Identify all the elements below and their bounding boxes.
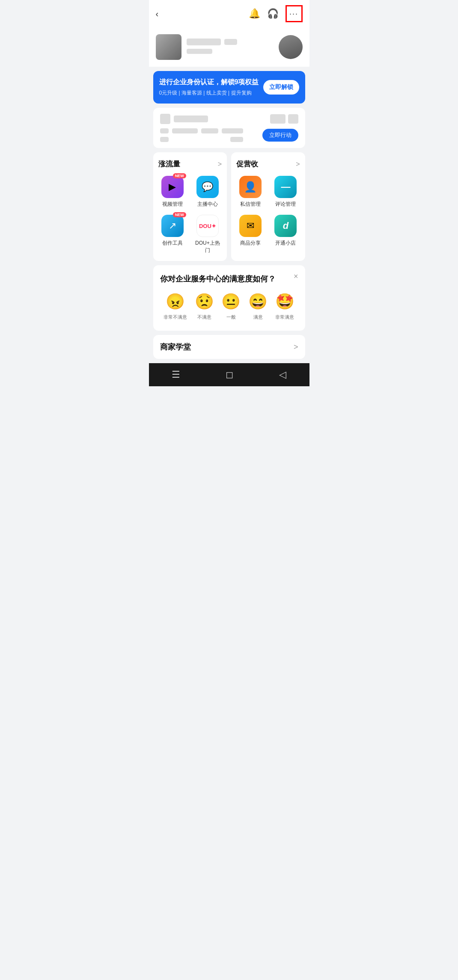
- card-header-left: 涨流量 >: [158, 159, 222, 169]
- avatar-image: [279, 35, 303, 59]
- product-share-label: 商品分享: [240, 240, 261, 247]
- bottom-back-icon[interactable]: ◁: [279, 369, 286, 380]
- stats-val-2: [201, 128, 218, 133]
- comment-management-label: 评论管理: [275, 201, 296, 208]
- banner-text-block: 进行企业身份认证，解锁9项权益 0元升级 | 海量客源 | 线上卖货 | 提升复…: [159, 78, 259, 97]
- banner-title: 进行企业身份认证，解锁9项权益: [159, 78, 259, 87]
- feature-grid: 涨流量 > ▶ NEW 视频管理 💬 主播中心 ↗: [153, 152, 305, 261]
- profile-info: [187, 38, 274, 56]
- dou-plus-icon: DOU✦: [196, 215, 219, 237]
- open-shop-item[interactable]: d 开通小店: [271, 215, 300, 247]
- survey-card: × 你对企业服务中心的满意度如何？ 😠 非常不满意 😟 不满意 😐 一般 😄 满…: [153, 265, 305, 331]
- video-management-item[interactable]: ▶ NEW 视频管理: [158, 176, 187, 208]
- private-message-label: 私信管理: [240, 201, 261, 208]
- stats-tag-2: [288, 114, 298, 124]
- creation-tools-item[interactable]: ↗ NEW 创作工具: [158, 215, 187, 254]
- profile-section: [149, 27, 309, 67]
- survey-satisfied[interactable]: 😄 满意: [248, 293, 268, 320]
- unsatisfied-label: 不满意: [197, 314, 211, 320]
- creation-tools-label: 创作工具: [162, 240, 183, 247]
- more-dots-icon: ···: [289, 9, 298, 18]
- stats-row-1: [160, 128, 243, 133]
- anchor-center-icon: 💬: [196, 176, 219, 198]
- stats-val-1: [172, 128, 198, 133]
- bottom-navigation: ☰ ◻ ◁: [149, 363, 309, 386]
- top-navigation: ‹ 🔔 🎧 ···: [149, 0, 309, 27]
- more-menu-button[interactable]: ···: [286, 5, 303, 22]
- stats-icon: [160, 114, 170, 124]
- comment-management-item[interactable]: — 评论管理: [271, 176, 300, 208]
- survey-very-unsatisfied[interactable]: 😠 非常不满意: [164, 293, 187, 320]
- profile-name-blur: [187, 38, 221, 45]
- profile-name-row: [187, 38, 274, 45]
- revenue-icons-row: 👤 私信管理 — 评论管理 ✉ 商品分享 d: [236, 176, 300, 247]
- grow-traffic-card: 涨流量 > ▶ NEW 视频管理 💬 主播中心 ↗: [153, 152, 227, 261]
- anchor-center-item[interactable]: 💬 主播中心: [193, 176, 222, 208]
- stats-val-3: [222, 128, 243, 133]
- open-shop-icon: d: [274, 215, 297, 237]
- profile-id-blur: [187, 49, 212, 54]
- nav-right: 🔔 🎧 ···: [249, 5, 303, 22]
- grow-icons-row: ▶ NEW 视频管理 💬 主播中心 ↗ NEW 创作工具: [158, 176, 222, 254]
- stats-label-1: [160, 128, 169, 133]
- neutral-emoji: 😐: [221, 293, 241, 311]
- survey-unsatisfied[interactable]: 😟 不满意: [195, 293, 214, 320]
- back-button[interactable]: ‹: [156, 9, 159, 19]
- survey-options: 😠 非常不满意 😟 不满意 😐 一般 😄 满意 🤩 非常满意: [160, 293, 298, 320]
- nav-left: ‹: [156, 9, 159, 19]
- merchant-academy-chevron[interactable]: >: [294, 343, 298, 352]
- neutral-label: 一般: [226, 314, 236, 320]
- video-management-label: 视频管理: [162, 201, 183, 208]
- satisfied-label: 满意: [253, 314, 263, 320]
- dou-plus-item[interactable]: DOU✦ DOU+上热门: [193, 215, 222, 254]
- stats-tags: [270, 114, 298, 124]
- survey-close-button[interactable]: ×: [294, 272, 298, 281]
- bottom-home-icon[interactable]: ◻: [226, 369, 233, 380]
- promo-banner: 进行企业身份认证，解锁9项权益 0元升级 | 海量客源 | 线上卖货 | 提升复…: [153, 71, 305, 104]
- profile-icon-placeholder: [156, 34, 181, 60]
- banner-subtitle: 0元升级 | 海量客源 | 线上卖货 | 提升复购: [159, 89, 259, 97]
- private-message-icon: 👤: [239, 176, 262, 198]
- bottom-menu-icon[interactable]: ☰: [172, 369, 180, 380]
- headset-icon[interactable]: 🎧: [267, 8, 279, 19]
- very-satisfied-label: 非常满意: [275, 314, 294, 320]
- very-satisfied-emoji: 🤩: [275, 293, 294, 311]
- unsatisfied-emoji: 😟: [195, 293, 214, 311]
- card-header-right: 促营收 >: [236, 159, 300, 169]
- merchant-academy-section: 商家学堂 >: [153, 335, 305, 359]
- stats-title-row: [160, 114, 208, 124]
- satisfied-emoji: 😄: [248, 293, 268, 311]
- promote-revenue-chevron[interactable]: >: [296, 160, 300, 168]
- stats-tag-1: [270, 114, 286, 124]
- stats-card: 立即行动: [153, 108, 305, 148]
- profile-tag-blur: [224, 39, 237, 45]
- comment-management-icon: —: [274, 176, 297, 198]
- dou-plus-label: DOU+上热门: [193, 240, 222, 254]
- merchant-academy-header: 商家学堂 >: [160, 342, 298, 352]
- stats-small-1: [160, 137, 169, 142]
- new-badge-video: NEW: [173, 173, 186, 178]
- anchor-center-label: 主播中心: [197, 201, 218, 208]
- very-unsatisfied-label: 非常不满意: [164, 314, 187, 320]
- stats-action-button[interactable]: 立即行动: [262, 129, 298, 142]
- stats-small-2: [230, 137, 243, 142]
- very-unsatisfied-emoji: 😠: [166, 293, 185, 311]
- product-share-item[interactable]: ✉ 商品分享: [236, 215, 265, 247]
- promote-revenue-card: 促营收 > 👤 私信管理 — 评论管理 ✉: [231, 152, 305, 261]
- survey-very-satisfied[interactable]: 🤩 非常满意: [275, 293, 294, 320]
- merchant-academy-title: 商家学堂: [160, 342, 191, 352]
- open-shop-label: 开通小店: [275, 240, 296, 247]
- creation-tools-icon: ↗ NEW: [161, 215, 184, 237]
- new-badge-creation: NEW: [173, 212, 186, 217]
- grow-traffic-title: 涨流量: [158, 159, 180, 169]
- grow-traffic-chevron[interactable]: >: [218, 160, 222, 168]
- unlock-button[interactable]: 立即解锁: [263, 80, 299, 95]
- stats-title-blur: [174, 115, 208, 122]
- bell-icon[interactable]: 🔔: [249, 8, 260, 19]
- stats-row-2: [160, 137, 243, 142]
- product-share-icon: ✉: [239, 215, 262, 237]
- private-message-item[interactable]: 👤 私信管理: [236, 176, 265, 208]
- promote-revenue-title: 促营收: [236, 159, 258, 169]
- survey-neutral[interactable]: 😐 一般: [221, 293, 241, 320]
- stats-top-row: [160, 114, 298, 124]
